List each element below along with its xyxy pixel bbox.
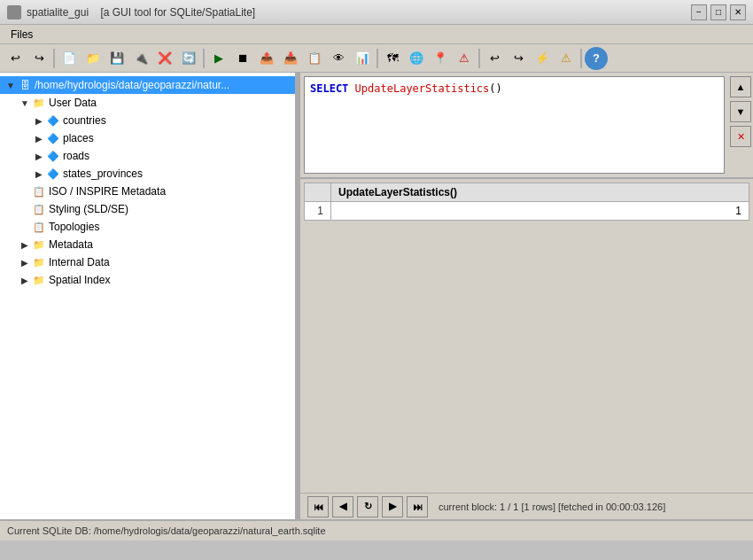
internaldata-toggle[interactable]: ▶ xyxy=(18,255,32,269)
countries-label: countries xyxy=(63,114,106,127)
tree-places[interactable]: ▶ 🔷 places xyxy=(0,129,295,147)
disconnect-button[interactable]: ❌ xyxy=(153,47,176,70)
layer-button[interactable]: 🌐 xyxy=(405,47,428,70)
back-button[interactable]: ↩ xyxy=(483,47,506,70)
styling-table-icon: 📋 xyxy=(32,202,46,216)
tree-iso-inspire[interactable]: ▶ 📋 ISO / INSPIRE Metadata xyxy=(0,183,295,200)
open-button[interactable]: 📁 xyxy=(82,47,105,70)
result-value: 1 xyxy=(331,202,749,221)
tree-countries[interactable]: ▶ 🔷 countries xyxy=(0,112,295,129)
stop-button[interactable]: ⏹ xyxy=(231,47,254,70)
topologies-label: Topologies xyxy=(49,221,99,233)
table-row: 1 1 xyxy=(305,202,749,221)
states-layer-icon: 🔷 xyxy=(46,167,60,181)
toolbar-sep-4 xyxy=(478,49,480,68)
export-button[interactable]: 📤 xyxy=(255,47,278,70)
toolbar-sep-3 xyxy=(376,49,378,68)
countries-toggle[interactable]: ▶ xyxy=(32,113,46,128)
tree-user-data[interactable]: ▼ 📁 User Data xyxy=(0,94,295,112)
tree-root[interactable]: ▼ 🗄 /home/hydrologis/data/geoparazzi/nat… xyxy=(0,76,295,94)
forward-button[interactable]: ↪ xyxy=(507,47,530,70)
database-icon: 🗄 xyxy=(18,78,32,92)
result-column-header: UpdateLayerStatistics() xyxy=(331,183,749,202)
root-toggle[interactable]: ▼ xyxy=(4,78,18,92)
titlebar-left: spatialite_gui [a GUI tool for SQLite/Sp… xyxy=(7,5,255,19)
results-table: UpdateLayerStatistics() 1 1 xyxy=(304,183,749,221)
sql-side-buttons: ▲ ▼ ✕ xyxy=(728,73,753,177)
tree-styling[interactable]: ▶ 📋 Styling (SLD/SE) xyxy=(0,200,295,218)
tree-spatial-index[interactable]: ▶ 📁 Spatial Index xyxy=(0,271,295,289)
tree-roads[interactable]: ▶ 🔷 roads xyxy=(0,147,295,165)
sql-scroll-down-button[interactable]: ▼ xyxy=(730,101,751,122)
metadata-toggle[interactable]: ▶ xyxy=(18,237,32,252)
spatialindex-toggle[interactable]: ▶ xyxy=(18,273,32,287)
refresh-db-button[interactable]: 🔄 xyxy=(177,47,200,70)
metadata-folder-icon: 📁 xyxy=(32,237,46,252)
table-button[interactable]: 📋 xyxy=(303,47,326,70)
userdata-label: User Data xyxy=(49,97,97,109)
redo-button[interactable]: ↪ xyxy=(27,47,50,70)
run-sql-button[interactable]: ▶ xyxy=(207,47,230,70)
pin-button[interactable]: 📍 xyxy=(429,47,452,70)
states-toggle[interactable]: ▶ xyxy=(32,167,46,181)
places-toggle[interactable]: ▶ xyxy=(32,131,46,145)
warning-button[interactable]: ⚠ xyxy=(555,47,578,70)
results-container: UpdateLayerStatistics() 1 1 xyxy=(300,179,753,493)
save-button[interactable]: 💾 xyxy=(105,47,128,70)
menubar: Files xyxy=(0,25,753,44)
tree-metadata[interactable]: ▶ 📁 Metadata xyxy=(0,236,295,253)
sql-scroll-up-button[interactable]: ▲ xyxy=(730,76,751,97)
help-button[interactable]: ? xyxy=(585,47,608,70)
app-name: spatialite_gui xyxy=(27,6,89,19)
new-button[interactable]: 📄 xyxy=(58,47,81,70)
roads-label: roads xyxy=(63,150,89,162)
metadata-label: Metadata xyxy=(49,238,93,251)
chart-button[interactable]: 📊 xyxy=(351,47,374,70)
last-row-button[interactable]: ⏭ xyxy=(407,496,428,517)
toolbar-sep-2 xyxy=(203,49,205,68)
row-number: 1 xyxy=(305,202,331,221)
maximize-button[interactable]: □ xyxy=(710,4,726,20)
refresh-results-button[interactable]: ↻ xyxy=(357,496,378,517)
import-button[interactable]: 📥 xyxy=(279,47,302,70)
toolbar: ↩ ↪ 📄 📁 💾 🔌 ❌ 🔄 ▶ ⏹ 📤 📥 📋 👁 📊 🗺 🌐 📍 ⚠ ↩ … xyxy=(0,44,753,73)
spatial-index-label: Spatial Index xyxy=(49,274,110,286)
view-button[interactable]: 👁 xyxy=(327,47,350,70)
map-button[interactable]: 🗺 xyxy=(381,47,404,70)
tree-topologies[interactable]: ▶ 📋 Topologies xyxy=(0,218,295,236)
roads-layer-icon: 🔷 xyxy=(46,149,60,163)
tree-internal-data[interactable]: ▶ 📁 Internal Data xyxy=(0,253,295,271)
window-title: spatialite_gui [a GUI tool for SQLite/Sp… xyxy=(27,6,255,19)
row-num-header xyxy=(305,183,331,202)
menu-files[interactable]: Files xyxy=(4,27,40,43)
undo-button[interactable]: ↩ xyxy=(4,47,27,70)
topologies-table-icon: 📋 xyxy=(32,220,46,234)
sql-parens: () xyxy=(489,82,501,95)
right-panel: SELECT UpdateLayerStatistics() ▲ ▼ ✕ Upd… xyxy=(300,73,753,519)
close-button[interactable]: ✕ xyxy=(730,4,746,20)
countries-layer-icon: 🔷 xyxy=(46,113,60,128)
styling-label: Styling (SLD/SE) xyxy=(49,203,128,215)
userdata-folder-icon: 📁 xyxy=(32,96,46,110)
app-subtitle: [a GUI tool for SQLite/SpatiaLite] xyxy=(100,6,255,19)
minimize-button[interactable]: − xyxy=(691,4,707,20)
next-row-button[interactable]: ▶ xyxy=(382,496,403,517)
navigation-bar: ⏮ ◀ ↻ ▶ ⏭ current block: 1 / 1 [1 rows] … xyxy=(300,493,753,519)
userdata-toggle[interactable]: ▼ xyxy=(18,96,32,110)
sql-editor[interactable]: SELECT UpdateLayerStatistics() xyxy=(304,76,725,174)
app-icon xyxy=(7,5,21,19)
first-row-button[interactable]: ⏮ xyxy=(307,496,329,517)
sql-function: UpdateLayerStatistics xyxy=(355,82,490,95)
tree-states-provinces[interactable]: ▶ 🔷 states_provinces xyxy=(0,165,295,183)
places-label: places xyxy=(63,132,94,144)
sql-clear-button[interactable]: ✕ xyxy=(730,126,751,147)
sql-keyword: SELECT xyxy=(310,82,348,95)
roads-toggle[interactable]: ▶ xyxy=(32,149,46,163)
database-tree: ▼ 🗄 /home/hydrologis/data/geoparazzi/nat… xyxy=(0,73,295,292)
connect-button[interactable]: 🔌 xyxy=(129,47,152,70)
alert-button[interactable]: ⚠ xyxy=(453,47,476,70)
main-content: ▼ 🗄 /home/hydrologis/data/geoparazzi/nat… xyxy=(0,73,753,519)
window-controls: − □ ✕ xyxy=(691,4,746,20)
prev-row-button[interactable]: ◀ xyxy=(332,496,353,517)
execute-button[interactable]: ⚡ xyxy=(531,47,554,70)
